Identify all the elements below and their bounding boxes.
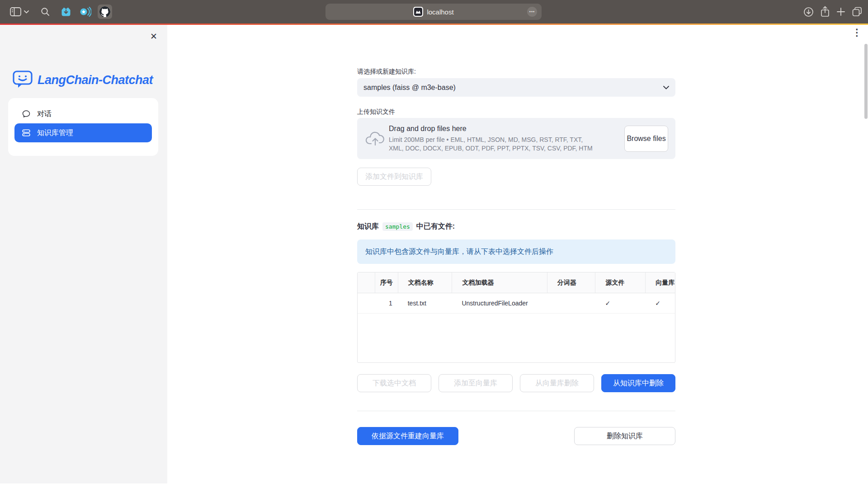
add-to-vector-button[interactable]: 添加至向量库 — [439, 374, 513, 392]
chat-bubble-icon — [22, 109, 31, 118]
table-header-row: 序号 文档名称 文档加载器 分词器 源文件 向量库 — [358, 272, 675, 293]
row-select-cell[interactable] — [358, 293, 375, 313]
logo-text: LangChain-Chatchat — [38, 73, 153, 87]
kb-select[interactable]: samples (faiss @ m3e-base) — [357, 78, 675, 97]
sidebar-toggle-icon[interactable] — [10, 7, 21, 16]
cell-index: 1 — [375, 293, 398, 313]
sidebar-item-knowledge-base[interactable]: 知识库管理 — [14, 123, 152, 142]
column-header[interactable]: 文档名称 — [398, 272, 452, 293]
page-settings-icon[interactable]: ••• — [527, 7, 537, 17]
new-tab-icon[interactable] — [836, 7, 845, 16]
chevron-down-icon[interactable] — [24, 10, 29, 14]
sidebar-item-label: 知识库管理 — [37, 128, 73, 138]
cat-extension-icon[interactable] — [61, 7, 71, 17]
browser-toolbar: localhost ••• — [0, 0, 868, 23]
sidebar-footer — [0, 483, 167, 488]
main-content: 请选择或新建知识库: samples (faiss @ m3e-base) 上传… — [357, 25, 675, 488]
table-row[interactable]: 1 test.txt UnstructuredFileLoader ✓ ✓ — [358, 293, 675, 314]
row-actions: 下载选中文档 添加至向量库 从向量库删除 从知识库中删除 — [357, 374, 675, 392]
download-selected-button[interactable]: 下载选中文档 — [357, 374, 431, 392]
github-extension-icon[interactable] — [98, 5, 112, 19]
sidebar-close-button[interactable]: ✕ — [147, 30, 160, 43]
downloads-icon[interactable] — [803, 7, 814, 17]
rebuild-vector-store-button[interactable]: 依据源文件重建向量库 — [357, 427, 458, 445]
address-bar[interactable]: localhost ••• — [326, 4, 542, 20]
delete-from-kb-button[interactable]: 从知识库中删除 — [601, 374, 675, 392]
cell-source-check: ✓ — [595, 293, 645, 313]
select-kb-label: 请选择或新建知识库: — [357, 68, 416, 76]
kb-select-value: samples (faiss @ m3e-base) — [363, 84, 456, 92]
site-favicon — [413, 7, 423, 17]
delete-kb-button[interactable]: 删除知识库 — [574, 427, 675, 445]
chevron-down-icon — [663, 86, 669, 89]
column-header[interactable]: 序号 — [375, 272, 398, 293]
column-header[interactable]: 向量库 — [645, 272, 675, 293]
kb-files-heading: 知识库 samples 中已有文件: — [357, 222, 455, 231]
sidebar-nav: 对话 知识库管理 — [8, 98, 158, 156]
heading-suffix: 中已有文件: — [416, 222, 455, 231]
logo-chat-icon — [12, 69, 33, 91]
dropzone-limits: Limit 200MB per file • EML, HTML, JSON, … — [389, 136, 593, 153]
database-icon — [22, 128, 31, 137]
dropzone-title: Drag and drop files here — [389, 125, 593, 133]
cell-loader: UnstructuredFileLoader — [452, 293, 547, 313]
column-header[interactable]: 分词器 — [547, 272, 595, 293]
app-logo: LangChain-Chatchat — [12, 69, 153, 91]
toolbar-left-group — [10, 0, 112, 23]
add-files-to-kb-button[interactable]: 添加文件到知识库 — [357, 168, 431, 186]
url-text: localhost — [427, 8, 453, 16]
kb-global-actions: 依据源文件重建向量库 删除知识库 — [357, 427, 675, 445]
file-dropzone[interactable]: Drag and drop files here Limit 200MB per… — [357, 118, 675, 159]
scrollbar-thumb[interactable] — [864, 44, 868, 119]
divider — [357, 209, 675, 210]
kb-name-code-chip: samples — [382, 222, 413, 231]
info-banner: 知识库中包含源文件与向量库，请从下表中选择文件后操作 — [357, 239, 675, 264]
kb-files-table: 序号 文档名称 文档加载器 分词器 源文件 向量库 1 test.txt Uns… — [357, 272, 675, 363]
column-header[interactable]: 源文件 — [595, 272, 645, 293]
sidebar: ✕ LangChain-Chatchat 对话 — [0, 25, 167, 488]
row-select-header[interactable] — [358, 272, 375, 293]
column-header[interactable]: 文档加载器 — [452, 272, 547, 293]
browse-files-button[interactable]: Browse files — [624, 126, 668, 152]
cell-doc-name: test.txt — [398, 293, 452, 313]
search-icon[interactable] — [41, 7, 50, 16]
streamlit-menu-button[interactable]: ⋮ — [852, 26, 862, 39]
heading-prefix: 知识库 — [357, 222, 379, 231]
divider — [357, 411, 675, 411]
cell-vector-check: ✓ — [645, 293, 675, 313]
cell-splitter — [547, 293, 595, 313]
upload-label: 上传知识文件 — [357, 108, 395, 116]
dropzone-texts: Drag and drop files here Limit 200MB per… — [389, 125, 593, 153]
app-page: ✕ LangChain-Chatchat 对话 — [0, 25, 868, 488]
sidebar-item-label: 对话 — [37, 109, 52, 119]
toolbar-right-group — [803, 0, 863, 23]
broadcast-extension-icon[interactable] — [80, 7, 91, 17]
sidebar-item-chat[interactable]: 对话 — [14, 104, 152, 123]
cloud-upload-icon — [364, 131, 386, 146]
share-icon[interactable] — [820, 6, 830, 18]
delete-from-vector-button[interactable]: 从向量库删除 — [520, 374, 594, 392]
tab-overview-icon[interactable] — [852, 6, 863, 17]
